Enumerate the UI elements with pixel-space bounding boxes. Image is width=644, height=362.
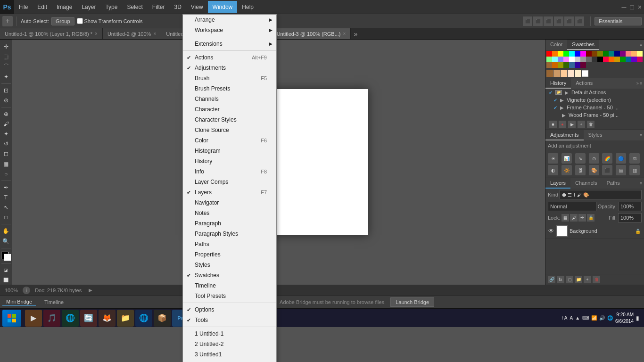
navigator-label: Navigator bbox=[195, 199, 219, 206]
swatches-label: Swatches bbox=[195, 272, 219, 279]
tool-presets-label: Tool Presets bbox=[195, 293, 226, 299]
layers-label: Layers bbox=[195, 189, 212, 196]
maximize-button[interactable]: □ bbox=[630, 3, 634, 11]
close-button[interactable]: × bbox=[638, 3, 642, 11]
menu-timeline[interactable]: Timeline bbox=[183, 280, 276, 291]
menu-edit[interactable]: Edit bbox=[33, 1, 52, 13]
timeline-label: Timeline bbox=[195, 282, 216, 289]
minimize-button[interactable]: ─ bbox=[621, 3, 626, 11]
menu-help[interactable]: Help bbox=[237, 1, 258, 13]
menu-paragraph-styles[interactable]: Paragraph Styles bbox=[183, 229, 276, 239]
tools-label: Tools bbox=[195, 317, 208, 323]
info-shortcut: F8 bbox=[251, 169, 267, 174]
color-label: Color bbox=[195, 137, 208, 144]
adjustments-check: ✔ bbox=[187, 65, 191, 71]
menu-bar: Ps File Edit Image Layer Type Select Fil… bbox=[0, 0, 644, 14]
menu-filter[interactable]: Filter bbox=[148, 1, 170, 13]
menu-options[interactable]: ✔ Options bbox=[183, 304, 276, 315]
info-label: Info bbox=[195, 168, 204, 175]
window-dropdown-menu: Arrange Workspace Extensions ✔ Actions A… bbox=[182, 14, 277, 362]
menu-window[interactable]: Window bbox=[208, 1, 238, 13]
menu-file[interactable]: File bbox=[14, 1, 33, 13]
menu-channels[interactable]: Channels bbox=[183, 94, 276, 104]
swatches-check: ✔ bbox=[187, 272, 191, 279]
menu-layer-comps[interactable]: Layer Comps bbox=[183, 177, 276, 187]
tools-check: ✔ bbox=[187, 317, 191, 323]
menu-paragraph[interactable]: Paragraph bbox=[183, 218, 276, 229]
menu-3d[interactable]: 3D bbox=[169, 1, 186, 13]
paragraph-styles-label: Paragraph Styles bbox=[195, 230, 238, 237]
actions-label: Actions bbox=[195, 54, 213, 61]
sep1 bbox=[183, 37, 276, 37]
options-check: ✔ bbox=[187, 307, 191, 313]
menu-brush-presets[interactable]: Brush Presets bbox=[183, 83, 276, 94]
menu-brush[interactable]: Brush F5 bbox=[183, 73, 276, 83]
menu-actions[interactable]: ✔ Actions Alt+F9 bbox=[183, 52, 276, 63]
menu-swatches[interactable]: ✔ Swatches bbox=[183, 270, 276, 280]
menu-view[interactable]: View bbox=[186, 1, 208, 13]
menu-arrange[interactable]: Arrange bbox=[183, 15, 276, 25]
arrange-label: Arrange bbox=[195, 16, 215, 23]
brush-presets-label: Brush Presets bbox=[195, 85, 230, 92]
menu-clone-source[interactable]: Clone Source bbox=[183, 125, 276, 135]
menu-type[interactable]: Type bbox=[100, 1, 122, 13]
extensions-label: Extensions bbox=[195, 41, 223, 47]
sep2 bbox=[183, 50, 276, 51]
paths-label: Paths bbox=[195, 241, 209, 247]
menu-tool-presets[interactable]: Tool Presets bbox=[183, 291, 276, 301]
menu-layer[interactable]: Layer bbox=[77, 1, 100, 13]
layers-check: ✔ bbox=[187, 189, 191, 196]
menu-info[interactable]: Info F8 bbox=[183, 166, 276, 177]
menu-character-styles[interactable]: Character Styles bbox=[183, 115, 276, 125]
ps-logo: Ps bbox=[0, 0, 14, 14]
color-shortcut: F6 bbox=[251, 138, 267, 143]
menu-image[interactable]: Image bbox=[52, 1, 77, 13]
menu-paths[interactable]: Paths bbox=[183, 239, 276, 249]
dropdown-overlay[interactable]: Arrange Workspace Extensions ✔ Actions A… bbox=[0, 14, 644, 362]
menu-doc-2[interactable]: 2 Untitled-2 bbox=[183, 339, 276, 349]
options-label: Options bbox=[195, 306, 214, 313]
character-label: Character bbox=[195, 106, 220, 113]
menu-layers[interactable]: ✔ Layers F7 bbox=[183, 187, 276, 197]
doc3-label: 3 Untitled1 bbox=[195, 351, 222, 358]
menu-notes[interactable]: Notes bbox=[183, 208, 276, 218]
menu-character[interactable]: Character bbox=[183, 104, 276, 115]
menu-adjustments[interactable]: ✔ Adjustments bbox=[183, 63, 276, 73]
histogram-label: Histogram bbox=[195, 148, 221, 154]
brush-label: Brush bbox=[195, 75, 209, 82]
menu-history[interactable]: History bbox=[183, 156, 276, 166]
menu-styles[interactable]: Styles bbox=[183, 260, 276, 270]
actions-check: ✔ bbox=[187, 55, 191, 61]
history-label: History bbox=[195, 158, 212, 165]
layer-comps-label: Layer Comps bbox=[195, 179, 228, 185]
notes-label: Notes bbox=[195, 210, 209, 216]
workspace-label: Workspace bbox=[195, 27, 223, 33]
styles-label: Styles bbox=[195, 262, 210, 268]
menu-tools[interactable]: ✔ Tools bbox=[183, 315, 276, 325]
adjustments-label: Adjustments bbox=[195, 65, 226, 71]
menu-navigator[interactable]: Navigator bbox=[183, 197, 276, 208]
paragraph-label: Paragraph bbox=[195, 220, 221, 227]
menu-color[interactable]: Color F6 bbox=[183, 135, 276, 146]
menu-doc-3[interactable]: 3 Untitled1 bbox=[183, 349, 276, 360]
doc2-label: 2 Untitled-2 bbox=[195, 341, 223, 347]
properties-label: Properties bbox=[195, 251, 221, 258]
menu-histogram[interactable]: Histogram bbox=[183, 146, 276, 156]
menu-extensions[interactable]: Extensions bbox=[183, 39, 276, 49]
sep4 bbox=[183, 327, 276, 327]
channels-label: Channels bbox=[195, 96, 219, 102]
layers-shortcut: F7 bbox=[251, 189, 267, 195]
actions-shortcut: Alt+F9 bbox=[242, 55, 267, 60]
sep3 bbox=[183, 303, 276, 303]
brush-shortcut: F5 bbox=[251, 75, 267, 81]
character-styles-label: Character Styles bbox=[195, 116, 237, 123]
menu-workspace[interactable]: Workspace bbox=[183, 25, 276, 35]
clone-source-label: Clone Source bbox=[195, 127, 229, 133]
doc1-label: 1 Untitled-1 bbox=[195, 330, 223, 337]
menu-select[interactable]: Select bbox=[122, 1, 147, 13]
menu-properties[interactable]: Properties bbox=[183, 249, 276, 260]
menu-doc-1[interactable]: 1 Untitled-1 bbox=[183, 329, 276, 339]
menu-doc-4[interactable]: ✔ 4 Untitled-3 bbox=[183, 360, 276, 362]
